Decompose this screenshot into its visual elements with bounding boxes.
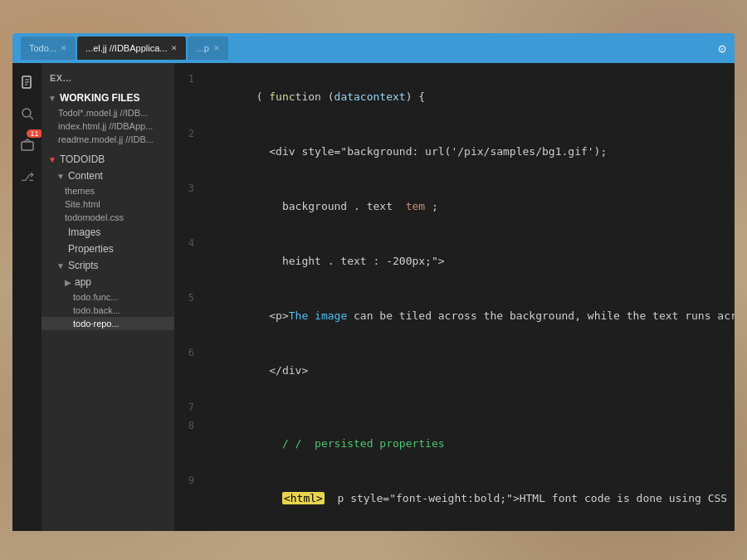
code-line-1: 1 ( function (datacontext) { xyxy=(174,70,735,124)
tree-item-todomodel[interactable]: Todol*.model.jj //IDB... xyxy=(42,106,174,119)
code-editor[interactable]: 1 ( function (datacontext) { 2 <div styl… xyxy=(174,63,735,531)
working-files-header[interactable]: ▼ WORKING FILES xyxy=(42,90,174,106)
todoidb-section: ▼ TODOIDB ▼ Content 1 themes Site.html t… xyxy=(42,151,174,330)
code-line-7: 7 xyxy=(174,398,735,416)
images-header[interactable]: Images xyxy=(42,224,174,241)
tree-item-todomodelcss[interactable]: todomodel.css xyxy=(42,211,174,224)
todoidb-header[interactable]: ▼ TODOIDB xyxy=(42,151,174,168)
notification-icon[interactable] xyxy=(15,133,40,158)
app-header[interactable]: ▶ app xyxy=(42,274,174,290)
code-line-3: 3 background . text tem ; xyxy=(174,179,735,234)
file-tree-header: EX... xyxy=(42,70,174,85)
code-line-9: 9 <html> p style="font-weight:bold;">HTM… xyxy=(174,471,735,526)
content-header[interactable]: ▼ Content xyxy=(42,168,174,184)
search-icon[interactable] xyxy=(15,101,40,126)
tab-todo[interactable]: Todo... ✕ xyxy=(21,37,76,60)
file-tree: EX... ▼ WORKING FILES Todol*.model.jj //… xyxy=(42,63,174,531)
tab-bar: Todo... ✕ ...el.jj //IDBApplica... ✕ ...… xyxy=(21,37,718,60)
code-line-5: 5 <p>The image can be tiled across the b… xyxy=(174,289,735,343)
tree-item-todoback[interactable]: todo.back... xyxy=(42,304,174,317)
tree-item-readme[interactable]: readme.model.jj //IDB... xyxy=(42,133,174,146)
tree-item-sitehtml[interactable]: Site.html xyxy=(42,197,174,211)
code-line-10: 10 <html> body style="background-color:y… xyxy=(174,526,735,531)
git-icon[interactable]: ⎇ xyxy=(15,164,40,189)
code-line-6: 6 </div> xyxy=(174,343,735,398)
scripts-header[interactable]: ▼ Scripts xyxy=(42,257,174,274)
code-line-2: 2 <div style="background: url('/pix/samp… xyxy=(174,124,735,179)
gear-icon[interactable]: ⚙ xyxy=(718,41,726,56)
tree-item-indexhtml[interactable]: index.html.jj //IDBApp... xyxy=(42,119,174,133)
svg-point-4 xyxy=(22,109,31,117)
working-files-section: ▼ WORKING FILES Todol*.model.jj //IDB...… xyxy=(42,90,174,146)
properties-header[interactable]: Properties xyxy=(42,241,174,257)
tab-active[interactable]: ...el.jj //IDBApplica... ✕ xyxy=(77,37,186,60)
tab-3[interactable]: ...p ✕ xyxy=(188,37,227,60)
code-lines: 1 ( function (datacontext) { 2 <div styl… xyxy=(174,63,735,531)
title-bar: Todo... ✕ ...el.jj //IDBApplica... ✕ ...… xyxy=(12,33,735,63)
svg-rect-6 xyxy=(22,142,33,150)
file-icon[interactable] xyxy=(15,70,40,95)
code-line-4: 4 height . text : -200px;"> xyxy=(174,234,735,289)
code-line-8: 8 / / persisted properties xyxy=(174,416,735,471)
tree-item-todorepo[interactable]: todo·repo... xyxy=(42,317,174,330)
tree-item-todofunc[interactable]: todo.func... xyxy=(42,290,174,304)
icon-rail: ⎇ xyxy=(12,63,42,531)
tree-item-themes[interactable]: 1 themes xyxy=(42,184,174,197)
svg-line-5 xyxy=(30,116,33,119)
